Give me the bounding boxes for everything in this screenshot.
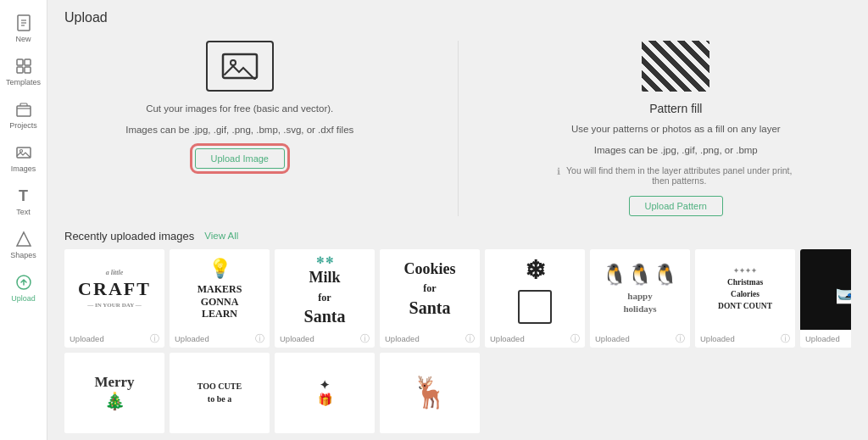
upload-image-panel: Cut your images for free (basic and vect… (64, 41, 415, 169)
info-dot-milk[interactable]: ⓘ (360, 332, 370, 345)
image-footer-penguins: Uploaded ⓘ (590, 330, 690, 348)
recently-header: Recently uploaded images View All (64, 230, 851, 242)
image-grid-row1: a little CRAFT — IN YOUR DAY — Uploaded … (64, 249, 851, 348)
pattern-fill-title: Pattern fill (649, 102, 702, 115)
image-thumb-penguins: 🐧🐧🐧 happyholidays (590, 249, 690, 330)
image-card-cookies[interactable]: Cookies for Santa Uploaded ⓘ (380, 249, 480, 348)
new-icon (14, 14, 33, 32)
info-dot-makers[interactable]: ⓘ (255, 332, 264, 345)
image-thumb-too-cute: TOO CUTEto be a (170, 353, 270, 433)
templates-icon (14, 57, 33, 75)
image-card-milk[interactable]: ✻ ✻ Milk for Santa Uploaded ⓘ (275, 249, 375, 348)
pattern-desc1: Use your patterns or photos as a fill on… (571, 122, 781, 136)
image-footer-christmas: Uploaded ⓘ (695, 330, 795, 348)
sidebar-item-text-label: Text (16, 208, 31, 216)
upload-image-desc2: Images can be .jpg, .gif, .png, .bmp, .s… (125, 123, 353, 137)
image-card-merry[interactable]: Merry 🎄 (64, 353, 164, 433)
info-dot-snowflake[interactable]: ⓘ (570, 332, 580, 345)
sidebar-item-projects[interactable]: Projects (0, 93, 47, 136)
sidebar-item-upload-label: Upload (11, 294, 36, 303)
text-icon: T (14, 187, 33, 205)
image-thumb-milk: ✻ ✻ Milk for Santa (275, 249, 375, 330)
image-card-dark[interactable]: 🎿 Uploaded ⓘ (800, 249, 851, 348)
image-thumb-small: ✦🎁 (275, 353, 375, 433)
image-card-small[interactable]: ✦🎁 (275, 353, 375, 433)
svg-rect-7 (25, 67, 31, 73)
image-card-too-cute[interactable]: TOO CUTEto be a (170, 353, 270, 433)
sidebar-item-new[interactable]: New (0, 7, 47, 50)
svg-point-10 (19, 150, 22, 153)
upload-image-button[interactable]: Upload Image (195, 148, 286, 169)
sidebar-item-shapes-label: Shapes (10, 251, 36, 259)
pattern-fill-panel: Pattern fill Use your patterns or photos… (501, 41, 852, 216)
images-icon (14, 143, 33, 162)
image-footer-craft: Uploaded ⓘ (64, 330, 164, 348)
info-dot-penguins[interactable]: ⓘ (676, 332, 685, 345)
upload-image-icon (206, 41, 274, 92)
sidebar-item-text[interactable]: T Text (0, 180, 47, 223)
page-title: Upload (64, 10, 851, 25)
info-icon: ℹ (557, 166, 560, 177)
upload-pattern-button[interactable]: Upload Pattern (629, 196, 723, 216)
image-card-christmas[interactable]: ✦✦✦✦ Christmas Calories DONT COUNT Uploa… (695, 249, 795, 348)
image-thumb-craft: a little CRAFT — IN YOUR DAY — (64, 249, 164, 330)
sidebar-item-upload[interactable]: Upload (0, 266, 47, 309)
uploaded-label: Uploaded (595, 334, 630, 343)
image-footer-milk: Uploaded ⓘ (275, 330, 375, 348)
vertical-divider (458, 41, 459, 216)
page-header: Upload (47, 0, 868, 32)
image-grid-row2: Merry 🎄 TOO CUTEto be a ✦🎁 🦌 (64, 353, 851, 433)
shapes-icon (14, 230, 33, 248)
sidebar-item-images-label: Images (11, 164, 36, 173)
recently-uploaded-section: Recently uploaded images View All a litt… (47, 230, 868, 440)
image-thumb-cookies: Cookies for Santa (380, 249, 480, 330)
uploaded-label: Uploaded (490, 334, 525, 343)
sidebar-item-shapes[interactable]: Shapes (0, 223, 47, 266)
image-card-penguins[interactable]: 🐧🐧🐧 happyholidays Uploaded ⓘ (590, 249, 690, 348)
svg-rect-4 (17, 59, 23, 65)
recently-uploaded-title: Recently uploaded images (64, 230, 194, 242)
projects-icon (14, 100, 33, 119)
svg-marker-11 (17, 232, 31, 246)
image-card-snowflake[interactable]: ❄ Uploaded ⓘ (485, 249, 585, 348)
image-thumb-makers: 💡 MAKERSGONNALEARN (170, 249, 270, 330)
info-dot-craft[interactable]: ⓘ (150, 332, 159, 345)
uploaded-label: Uploaded (70, 334, 104, 343)
image-thumb-merry: Merry 🎄 (64, 353, 164, 433)
uploaded-label: Uploaded (805, 334, 840, 343)
upload-image-desc1: Cut your images for free (basic and vect… (146, 102, 333, 116)
image-footer-dark: Uploaded ⓘ (800, 330, 851, 348)
svg-rect-6 (17, 67, 23, 73)
pattern-info-text: You will find them in the layer attribut… (564, 165, 794, 186)
image-card-antlers[interactable]: 🦌 (380, 353, 480, 433)
image-footer-makers: Uploaded ⓘ (170, 330, 270, 348)
sidebar-item-projects-label: Projects (9, 121, 37, 130)
uploaded-label: Uploaded (700, 334, 735, 343)
main-content: Upload Cut your images for free (basic a… (47, 0, 868, 440)
image-card-craft[interactable]: a little CRAFT — IN YOUR DAY — Uploaded … (64, 249, 164, 348)
info-dot-christmas[interactable]: ⓘ (781, 332, 790, 345)
sidebar-item-templates-label: Templates (6, 78, 41, 86)
sidebar-item-templates[interactable]: Templates (0, 50, 47, 93)
info-dot-cookies[interactable]: ⓘ (465, 332, 475, 345)
svg-rect-13 (223, 54, 257, 78)
image-thumb-snowflake: ❄ (485, 249, 585, 330)
image-thumb-christmas: ✦✦✦✦ Christmas Calories DONT COUNT (695, 249, 795, 330)
svg-rect-8 (17, 106, 31, 116)
image-footer-cookies: Uploaded ⓘ (380, 330, 480, 348)
sidebar-item-new-label: New (15, 35, 31, 43)
sidebar-item-images[interactable]: Images (0, 136, 47, 180)
uploaded-label: Uploaded (175, 334, 209, 343)
upload-section: Cut your images for free (basic and vect… (47, 32, 868, 230)
uploaded-label: Uploaded (385, 334, 420, 343)
svg-rect-5 (25, 59, 31, 65)
image-thumb-antlers: 🦌 (380, 353, 480, 433)
svg-point-14 (231, 60, 236, 65)
image-thumb-dark: 🎿 (800, 249, 851, 330)
pattern-desc2: Images can be .jpg, .gif, .png, or .bmp (594, 143, 758, 158)
uploaded-label: Uploaded (280, 334, 314, 343)
view-all-link[interactable]: View All (204, 231, 238, 241)
image-card-makers[interactable]: 💡 MAKERSGONNALEARN Uploaded ⓘ (170, 249, 270, 348)
upload-icon (14, 273, 33, 292)
image-footer-snowflake: Uploaded ⓘ (485, 330, 585, 348)
